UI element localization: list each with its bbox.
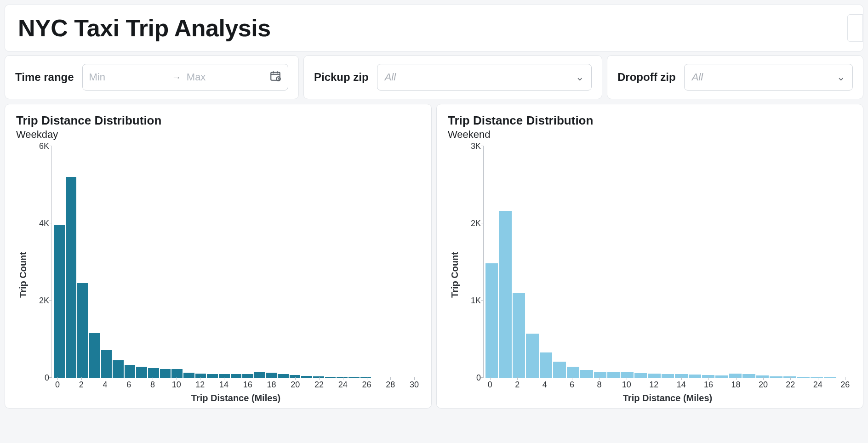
x-tick-label: 2 <box>79 380 84 390</box>
pickup-zip-select[interactable]: All ⌄ <box>377 64 592 91</box>
x-tick-label: 18 <box>731 380 741 390</box>
x-tick-label: 12 <box>195 380 205 390</box>
chart-bar[interactable] <box>715 375 728 378</box>
chart-bar[interactable] <box>77 283 88 378</box>
chart-title: Trip Distance Distribution <box>16 114 420 128</box>
chart-bar[interactable] <box>195 374 206 378</box>
chart-bar[interactable] <box>66 177 77 378</box>
chart-bar[interactable] <box>301 376 312 378</box>
page-header: NYC Taxi Trip Analysis <box>5 5 863 51</box>
x-tick-label: 2 <box>515 380 520 390</box>
chart-bar[interactable] <box>148 368 159 378</box>
chart-bar[interactable] <box>113 360 124 378</box>
filter-label-time-range: Time range <box>15 71 74 84</box>
y-axis-label: Trip Count <box>16 252 30 298</box>
chart-bar[interactable] <box>499 211 511 378</box>
chart-bar[interactable] <box>783 376 796 378</box>
svg-line-6 <box>279 79 280 80</box>
x-ticks: 024681012141618202224262830 <box>51 378 420 391</box>
filters-row: Time range Min → Max Pickup zip All <box>5 55 863 99</box>
chart-bar[interactable] <box>325 377 336 378</box>
chart-bar[interactable] <box>607 372 620 378</box>
y-tick-label: 0 <box>29 373 49 383</box>
x-axis-label: Trip Distance (Miles) <box>51 393 420 403</box>
x-tick-label: 30 <box>410 380 419 390</box>
chart-bar[interactable] <box>567 367 579 378</box>
chart-bar[interactable] <box>278 374 289 378</box>
chart-bar[interactable] <box>313 376 324 378</box>
x-tick-label: 6 <box>126 380 131 390</box>
x-tick-label: 0 <box>488 380 492 390</box>
chart-bar[interactable] <box>207 374 218 378</box>
page-title: NYC Taxi Trip Analysis <box>18 14 271 42</box>
chart-bars <box>485 146 850 378</box>
arrow-right-icon: → <box>172 72 181 83</box>
y-tick-label: 1K <box>461 296 481 306</box>
dropoff-zip-select[interactable]: All ⌄ <box>684 64 853 91</box>
chart-bar[interactable] <box>160 369 171 378</box>
filter-label-pickup-zip: Pickup zip <box>314 71 369 84</box>
chart-bar[interactable] <box>171 369 183 378</box>
chart-bar[interactable] <box>101 350 112 378</box>
chart-bar[interactable] <box>756 375 769 378</box>
chart-bar[interactable] <box>662 374 674 378</box>
x-tick-label: 22 <box>314 380 324 390</box>
chart-bar[interactable] <box>54 225 65 378</box>
header-side-button[interactable] <box>847 14 863 42</box>
chart-area-weekend: Trip Count 01K2K3K 024681012141618202224… <box>448 146 852 403</box>
chart-bar[interactable] <box>89 333 100 378</box>
chart-bar[interactable] <box>540 352 552 378</box>
chart-bar[interactable] <box>634 373 647 378</box>
chart-subtitle: Weekend <box>448 129 852 141</box>
chevron-down-icon: ⌄ <box>576 71 584 83</box>
chart-bar[interactable] <box>136 367 147 378</box>
x-tick-label: 4 <box>542 380 547 390</box>
filter-time-range: Time range Min → Max <box>5 55 299 99</box>
x-tick-label: 0 <box>55 380 60 390</box>
x-tick-label: 8 <box>597 380 601 390</box>
chart-bar[interactable] <box>594 372 606 378</box>
x-tick-label: 12 <box>649 380 658 390</box>
chart-bar[interactable] <box>348 377 360 378</box>
y-tick-label: 4K <box>29 219 49 228</box>
chart-bar[interactable] <box>231 374 242 378</box>
chart-area-weekday: Trip Count 02K4K6K 024681012141618202224… <box>16 146 420 403</box>
chart-plot-weekday[interactable]: 02K4K6K <box>51 146 420 378</box>
chart-bar[interactable] <box>254 372 265 378</box>
chart-bar[interactable] <box>811 377 823 378</box>
chart-bar[interactable] <box>125 365 136 378</box>
y-tick-label: 2K <box>461 219 481 228</box>
chart-bar[interactable] <box>797 377 809 378</box>
calendar-icon[interactable] <box>269 70 281 85</box>
y-tick-label: 2K <box>29 296 49 306</box>
x-tick-label: 26 <box>362 380 371 390</box>
x-tick-label: 8 <box>150 380 155 390</box>
y-tick-label: 6K <box>29 142 49 151</box>
x-tick-label: 28 <box>386 380 395 390</box>
time-range-input[interactable]: Min → Max <box>82 64 288 91</box>
chart-title: Trip Distance Distribution <box>448 114 852 128</box>
x-tick-label: 10 <box>622 380 631 390</box>
chart-bar[interactable] <box>621 372 633 378</box>
chart-card-weekend: Trip Distance Distribution Weekend Trip … <box>436 104 863 409</box>
chart-bar[interactable] <box>824 377 836 378</box>
chart-bar[interactable] <box>689 375 701 378</box>
charts-row: Trip Distance Distribution Weekday Trip … <box>5 104 863 409</box>
chart-bar[interactable] <box>580 370 593 378</box>
x-tick-label: 10 <box>172 380 181 390</box>
chart-bar[interactable] <box>513 293 525 378</box>
x-axis-label: Trip Distance (Miles) <box>483 393 852 403</box>
chart-bar[interactable] <box>337 377 348 378</box>
filter-dropoff-zip: Dropoff zip All ⌄ <box>607 55 863 99</box>
chart-bar[interactable] <box>770 376 782 378</box>
chart-bar[interactable] <box>183 373 194 378</box>
pickup-zip-value: All <box>385 71 396 83</box>
x-tick-label: 22 <box>786 380 795 390</box>
time-range-min-placeholder: Min <box>89 71 166 83</box>
chart-bar[interactable] <box>360 377 371 378</box>
chart-plot-weekend[interactable]: 01K2K3K <box>483 146 852 378</box>
chart-bar[interactable] <box>742 374 755 378</box>
chart-bar[interactable] <box>553 362 565 378</box>
chart-bar[interactable] <box>485 263 498 378</box>
chart-bar[interactable] <box>526 334 538 378</box>
